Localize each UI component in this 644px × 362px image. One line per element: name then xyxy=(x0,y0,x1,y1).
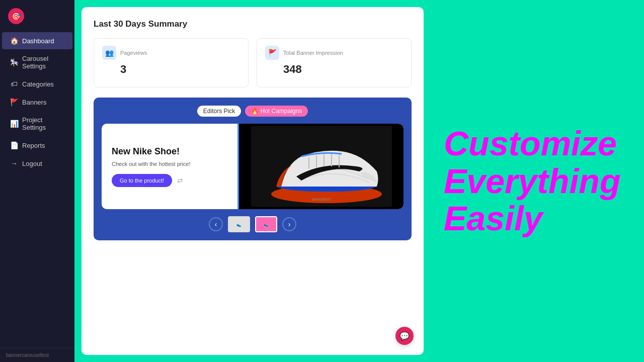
prev-arrow[interactable]: ‹ xyxy=(209,217,223,231)
carousel-nav: ‹ 👟 👟 › xyxy=(102,216,404,232)
goto-product-button[interactable]: Go to the product! xyxy=(112,174,172,187)
stat-card-header: 👥 Pageviews xyxy=(102,46,240,60)
sidebar-item-label: Project Settings xyxy=(22,116,64,131)
sidebar-item-reports[interactable]: 📄 Reports xyxy=(2,137,72,154)
page-title: Last 30 Days Summary xyxy=(94,19,412,29)
logout-icon: → xyxy=(10,159,18,167)
stat-label-impressions: Total Banner Impression xyxy=(283,50,343,56)
chat-icon: 💬 xyxy=(399,331,410,341)
stat-label-pageviews: Pageviews xyxy=(120,50,147,56)
slide-image: BRADENT xyxy=(237,124,404,209)
tab-hot-campaigns[interactable]: 🔥 Hot Campaigns xyxy=(245,106,308,117)
carousel-tabs: Editors Pick 🔥 Hot Campaigns xyxy=(102,106,404,117)
sidebar-item-label: Carousel Settings xyxy=(22,55,64,70)
stat-value-pageviews: 3 xyxy=(120,63,240,76)
thumbnail-1[interactable]: 👟 xyxy=(228,216,250,232)
carousel-section: Editors Pick 🔥 Hot Campaigns New Nike Sh… xyxy=(94,98,412,240)
dashboard-panel: Last 30 Days Summary 👥 Pageviews 3 🚩 Tot… xyxy=(82,7,424,355)
sidebar-item-label: Logout xyxy=(22,160,42,167)
slide-desc: Check out with the hottest price! xyxy=(112,161,227,167)
next-arrow[interactable]: › xyxy=(282,217,296,231)
sidebar-footer: bannercarouseltest xyxy=(0,348,74,362)
impressions-icon: 🚩 xyxy=(265,46,279,60)
sidebar-item-label: Dashboard xyxy=(22,37,54,45)
thumbnail-2[interactable]: 👟 xyxy=(255,216,277,232)
sidebar-item-label: Banners xyxy=(22,99,46,106)
slide-content: New Nike Shoe! Check out with the hottes… xyxy=(102,124,404,209)
sidebar-item-projects[interactable]: 📊 Project Settings xyxy=(2,112,72,136)
stats-row: 👥 Pageviews 3 🚩 Total Banner Impression … xyxy=(94,38,412,87)
tab-editors-pick[interactable]: Editors Pick xyxy=(197,106,241,117)
sidebar-item-carousel[interactable]: 🎠 Carousel Settings xyxy=(2,50,72,74)
stat-card-pageviews: 👥 Pageviews 3 xyxy=(94,38,249,87)
slide-actions: Go to the product! ⇄ xyxy=(112,174,227,187)
sidebar-item-dashboard[interactable]: 🏠 Dashboard xyxy=(2,32,72,49)
sidebar-item-logout[interactable]: → Logout xyxy=(2,155,72,172)
categories-icon: 🏷 xyxy=(10,80,18,88)
svg-text:BRADENT: BRADENT xyxy=(311,197,331,202)
stat-card-header-impressions: 🚩 Total Banner Impression xyxy=(265,46,403,60)
promo-line-3: Easily xyxy=(444,200,624,237)
svg-text:👟: 👟 xyxy=(264,222,269,227)
slide-text: New Nike Shoe! Check out with the hottes… xyxy=(102,124,237,209)
sidebar-logo: 🎯 xyxy=(0,0,74,30)
banners-icon: 🚩 xyxy=(10,98,18,106)
svg-text:👟: 👟 xyxy=(236,222,242,227)
main-container: Last 30 Days Summary 👥 Pageviews 3 🚩 Tot… xyxy=(74,0,644,362)
carousel-icon: 🎠 xyxy=(10,58,18,66)
promo-line-2: Everything xyxy=(444,162,624,200)
share-icon[interactable]: ⇄ xyxy=(177,176,183,185)
reports-icon: 📄 xyxy=(10,141,18,149)
stat-card-impressions: 🚩 Total Banner Impression 348 xyxy=(257,38,412,87)
pageviews-icon: 👥 xyxy=(102,46,116,60)
sidebar-nav: 🏠 Dashboard 🎠 Carousel Settings 🏷 Catego… xyxy=(0,30,74,348)
projects-icon: 📊 xyxy=(10,120,18,128)
shoe-illustration: BRADENT xyxy=(251,126,392,207)
sidebar-item-label: Reports xyxy=(22,142,45,149)
sidebar-item-label: Categories xyxy=(22,80,54,88)
promo-line-1: Customize xyxy=(444,125,624,162)
home-icon: 🏠 xyxy=(10,37,18,45)
logo-icon: 🎯 xyxy=(8,8,24,24)
sidebar-item-banners[interactable]: 🚩 Banners xyxy=(2,94,72,111)
promo-text: Customize Everything Easily xyxy=(424,0,644,362)
stat-value-impressions: 348 xyxy=(283,63,403,76)
sidebar-item-categories[interactable]: 🏷 Categories xyxy=(2,75,72,93)
chat-button[interactable]: 💬 xyxy=(395,327,414,345)
sidebar: 🎯 🏠 Dashboard 🎠 Carousel Settings 🏷 Cate… xyxy=(0,0,74,362)
slide-title: New Nike Shoe! xyxy=(112,146,227,157)
